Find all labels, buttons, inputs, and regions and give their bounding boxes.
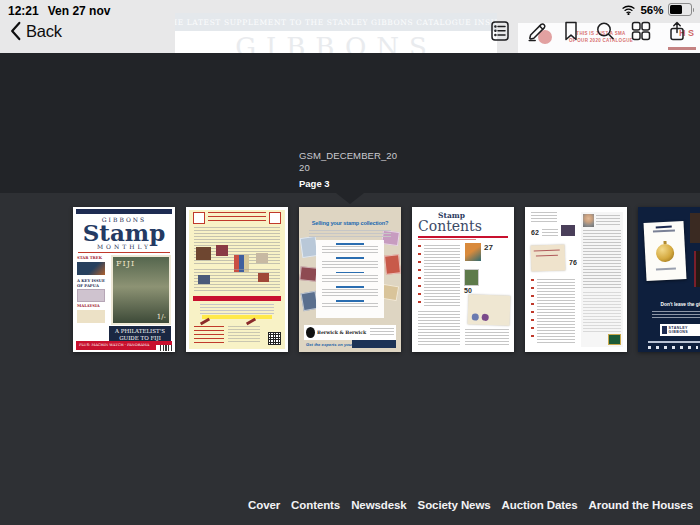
stamp-block-image	[561, 225, 575, 236]
cover-top-band	[76, 209, 172, 214]
viewer-overlay: GSM_DECEMBER_20 20 Page 3	[0, 53, 700, 193]
back-button[interactable]: Back	[10, 21, 62, 41]
ad-header-right-box	[269, 212, 281, 224]
battery-tip	[693, 8, 695, 12]
cover-feature-3: MALAYSIA	[77, 304, 107, 323]
top-toolbar: THE LATEST SUPPLEMENT TO THE STANLEY GIB…	[0, 0, 700, 53]
cover-fiji-stamp-image: FIJI 1/-	[113, 257, 169, 323]
search-icon	[593, 19, 617, 43]
nav-item-contents[interactable]: Contents	[291, 499, 340, 511]
gift-photo-2	[694, 251, 700, 287]
cover-masthead-sub: MONTHLY	[73, 243, 175, 250]
christmas-small-print	[652, 311, 700, 319]
contents-page-number-50: 50	[464, 287, 472, 294]
battery-fill	[670, 5, 682, 14]
contents2-entries	[537, 279, 575, 343]
editor-name-lines	[596, 215, 620, 226]
wifi-icon	[621, 4, 636, 15]
ad-image-4	[256, 253, 268, 263]
cover-red-rule	[78, 252, 170, 253]
selling-section	[322, 243, 378, 254]
caption-lines	[542, 229, 558, 238]
thumbnail-contents[interactable]: Stamp Contents 27 50	[412, 207, 514, 352]
cover-stamp-value: 1/-	[157, 313, 166, 321]
nav-item-newsdesk[interactable]: Newsdesk	[351, 499, 406, 511]
ad-bar	[668, 47, 696, 50]
berwick-logo-row: Berwick & Berwick	[304, 325, 396, 340]
contents-red-rule	[418, 236, 508, 238]
contents-stamps-photo	[464, 269, 479, 286]
section-text	[322, 275, 378, 283]
stamp-decor	[299, 266, 317, 282]
berwick-brand: Berwick & Berwick	[317, 330, 366, 335]
thumbnail-selling-ad[interactable]: Selling your stamp collection? Berwick &…	[299, 207, 401, 352]
ad-footer-text-mid	[228, 326, 260, 344]
section-heading-bar	[336, 257, 364, 259]
sketch-lines	[531, 212, 557, 224]
sg-brand-text: STANLEY GIBBONS	[669, 326, 700, 334]
bookmark-icon	[559, 19, 583, 43]
berwick-address-text	[370, 328, 394, 337]
ad-image-2	[216, 245, 228, 256]
card-caption-line	[656, 267, 676, 270]
ad-header-text	[208, 212, 266, 222]
thumbnails-list-button[interactable]	[488, 19, 512, 43]
editor-letter-text	[583, 230, 621, 288]
thumbnail-auction-ad[interactable]	[186, 207, 288, 352]
bookmark-button[interactable]	[559, 19, 583, 43]
ad-auction-text	[200, 304, 274, 314]
contents-entries-left-2	[418, 311, 460, 345]
stamp-decor	[384, 254, 401, 274]
nav-item-cover[interactable]: Cover	[248, 499, 280, 511]
editor-photo	[583, 214, 594, 227]
ad-image-1	[196, 247, 211, 260]
gift-photo-1	[690, 213, 700, 243]
sg-crest	[662, 326, 668, 334]
split-view-button[interactable]	[629, 19, 653, 43]
nav-item-society-news[interactable]: Society News	[418, 499, 491, 511]
christmas-footer-line	[648, 341, 700, 343]
berwick-oval-logo	[306, 327, 315, 338]
share-button[interactable]	[665, 19, 689, 43]
selling-section	[322, 257, 378, 268]
search-button[interactable]	[593, 19, 617, 43]
status-bar-left: 12:21 Ven 27 nov	[8, 4, 110, 18]
cover-feature-2: A KEY ISSUE OF PAPUA	[77, 279, 107, 302]
envelope-stamp-purple	[482, 314, 489, 321]
contents-title: Contents	[418, 218, 482, 234]
annotate-button[interactable]	[525, 19, 549, 43]
christmas-card	[644, 221, 687, 281]
selling-section	[322, 300, 378, 308]
stanley-gibbons-logo-box: STANLEY GIBBONS	[660, 324, 700, 336]
envelope-scribble	[534, 250, 560, 252]
status-bar-right: 56%	[621, 3, 694, 16]
cover-feature-2-title: A KEY ISSUE OF PAPUA	[77, 279, 107, 288]
red-numbers	[418, 245, 421, 305]
cover-feature-1-title: STAR TREK	[77, 256, 107, 261]
card-crest-line	[656, 226, 672, 229]
contents-envelope-image	[467, 294, 510, 325]
status-time: 12:21	[8, 4, 39, 18]
ad-highlight-band	[202, 315, 272, 319]
envelope-image	[531, 244, 566, 271]
thumbnails-list-icon	[488, 19, 512, 43]
thumbnail-cover[interactable]: GIBBONS Stamp MONTHLY STAR TREK A KEY IS…	[73, 207, 175, 352]
contents-entries-left	[424, 245, 460, 307]
section-heading-bar	[336, 300, 364, 302]
ad-header-left-box	[193, 212, 205, 224]
contents-entries-right	[465, 329, 509, 345]
section-text	[322, 261, 378, 269]
page-indicator: Page 3	[299, 178, 330, 189]
cover-feature-1-image	[77, 262, 105, 275]
nav-item-auction-dates[interactable]: Auction Dates	[502, 499, 578, 511]
thumbnail-contents-2[interactable]: 62 76	[525, 207, 627, 352]
nav-item-around-the-houses[interactable]: Around the Houses	[589, 499, 693, 511]
contents-page-number-27: 27	[484, 243, 493, 252]
annotate-marker-icon	[525, 19, 549, 43]
masthead-small-print	[583, 292, 621, 332]
magazine-masthead-peek: GIBBONS	[175, 31, 497, 53]
status-date: Ven 27 nov	[48, 4, 111, 18]
ad-image-6	[258, 273, 269, 282]
back-label: Back	[26, 22, 62, 41]
thumbnail-christmas-ad[interactable]: Don't leave the gifts until STANLEY GIBB…	[638, 207, 700, 352]
